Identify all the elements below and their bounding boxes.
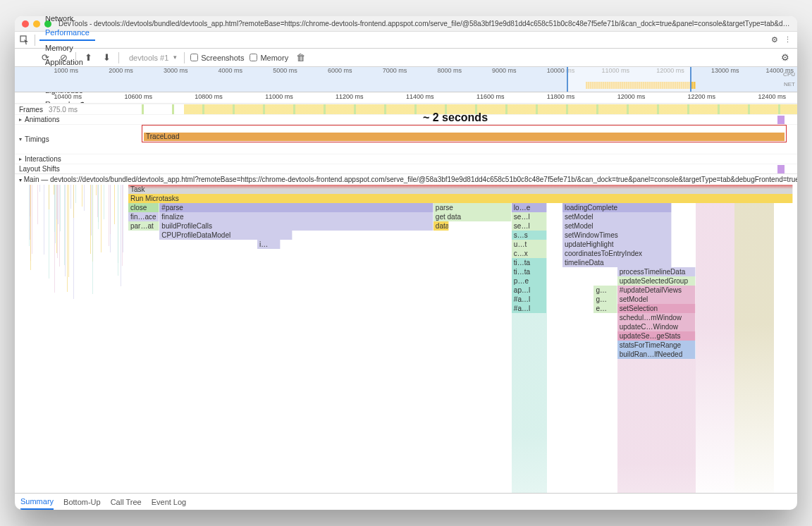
flame-tail — [734, 203, 774, 493]
flame-run-microtasks[interactable]: Run Microtasks — [128, 194, 794, 203]
flame-p-e[interactable]: p…e — [512, 276, 547, 286]
detail-tab-summary[interactable]: Summary — [20, 494, 54, 510]
profile-dropdown[interactable]: devtools #1 — [125, 52, 178, 63]
flame-get-data[interactable]: get data — [433, 212, 512, 221]
flame-sliver — [114, 185, 115, 224]
detail-tab-bottom-up[interactable]: Bottom-Up — [63, 495, 101, 509]
flame-c-x[interactable]: c…x — [512, 249, 547, 258]
flame-setselection[interactable]: setSelection — [617, 304, 696, 313]
more-icon[interactable]: ⋮ — [782, 35, 793, 46]
flame-updateselectedgroup[interactable]: updateSelectedGroup — [617, 276, 696, 286]
flame-chart[interactable]: TaskRun Microtasksclose#parseparselo…elo… — [15, 185, 797, 493]
clear-icon[interactable]: ⊘ — [57, 51, 70, 64]
window-title: DevTools - devtools://devtools/bundled/d… — [59, 20, 790, 27]
overview-viewport[interactable] — [567, 67, 692, 92]
flame--a-l[interactable]: #a…l — [512, 304, 547, 313]
flame-buildran-lfneeded[interactable]: buildRan…lfNeeded — [617, 350, 696, 359]
flame-timelinedata[interactable]: timelineData — [562, 258, 672, 267]
flame-sliver — [92, 185, 93, 294]
flame-ap-l[interactable]: ap…l — [512, 286, 547, 295]
flame-i-[interactable]: i… — [257, 240, 281, 249]
flame-fin-ace[interactable]: fin…ace — [128, 212, 159, 221]
interactions-track[interactable]: ▸Interactions — [15, 154, 797, 164]
frames-sub: 375.0 ms — [49, 106, 78, 114]
flame-se-l[interactable]: se…l — [512, 212, 547, 221]
timings-label: Timings — [25, 135, 49, 143]
duration-annotation: ~ 2 seconds — [423, 111, 488, 124]
flame-setmodel[interactable]: setModel — [617, 295, 696, 304]
flame-se-l[interactable]: se…l — [512, 221, 547, 231]
flame-schedul-mwindow[interactable]: schedul…mWindow — [617, 313, 696, 322]
main-thread-label[interactable]: ▾ Main — devtools://devtools/bundled/dev… — [15, 173, 797, 185]
trash-icon[interactable]: 🗑 — [294, 51, 307, 64]
flame-finalize[interactable]: finalize — [159, 212, 433, 221]
capture-settings-icon[interactable]: ⚙ — [779, 51, 792, 64]
flame-sliver — [30, 185, 31, 270]
flame-parse[interactable]: parse — [433, 203, 512, 212]
flame-updatehighlight[interactable]: updateHighlight — [562, 240, 672, 249]
flame-u-t[interactable]: u…t — [512, 240, 547, 249]
flame-s-s[interactable]: s…s — [512, 231, 547, 240]
flame-task[interactable]: Task — [128, 185, 794, 194]
flame-statsfortimerange[interactable]: statsForTimeRange — [617, 341, 696, 350]
flame-ti-ta[interactable]: ti…ta — [512, 258, 547, 267]
flame-setmodel[interactable]: setModel — [562, 221, 672, 231]
settings-icon[interactable]: ⚙ — [769, 35, 780, 46]
layout-shifts-track[interactable]: Layout Shifts — [15, 164, 797, 173]
flame-sliver — [123, 185, 123, 252]
flame-par-at[interactable]: par…at — [128, 221, 159, 231]
flame-sliver — [37, 185, 38, 224]
flame-sliver — [57, 185, 58, 258]
ruler-tick: 10800 ms — [195, 93, 223, 100]
download-icon[interactable]: ⬇ — [100, 51, 113, 64]
flame-cpuprofiledatamodel[interactable]: CPUProfileDataModel — [159, 231, 293, 240]
flame-buildprofilecalls[interactable]: buildProfileCalls — [159, 221, 433, 231]
flame-close[interactable]: close — [128, 203, 159, 212]
reload-icon[interactable]: ⟳ — [39, 51, 51, 64]
flame-processtimelinedata[interactable]: processTimelineData — [617, 267, 696, 276]
flame--parse[interactable]: #parse — [159, 203, 433, 212]
tab-network[interactable]: Network — [39, 16, 95, 25]
upload-icon[interactable]: ⬆ — [82, 51, 94, 64]
overview-tick: 2000 ms — [109, 67, 133, 74]
timings-track[interactable]: ▾Timings ~ 2 seconds TraceLoad — [15, 124, 797, 154]
flame-coordinatestoentryindex[interactable]: coordinatesToEntryIndex — [562, 249, 672, 258]
animations-track[interactable]: ▸Animations — [15, 114, 797, 124]
net-badge: NET — [784, 81, 795, 87]
overview-strip[interactable]: 1000 ms2000 ms3000 ms4000 ms5000 ms6000 … — [15, 67, 797, 92]
traceload-bar[interactable]: TraceLoad — [144, 133, 785, 141]
flame-g-[interactable]: g… — [593, 295, 617, 304]
flame-loadingcomplete[interactable]: loadingComplete — [562, 203, 672, 212]
flame-updatec-window[interactable]: updateC…Window — [617, 322, 696, 331]
tab-performance[interactable]: Performance — [39, 25, 95, 41]
flame-data[interactable]: data — [433, 221, 449, 231]
main-thread-text: Main — devtools://devtools/bundled/devto… — [24, 176, 797, 183]
flame-lo-e[interactable]: lo…e — [512, 203, 547, 212]
time-ruler[interactable]: 10400 ms10600 ms10800 ms11000 ms11200 ms… — [15, 92, 797, 104]
flame-setmodel[interactable]: setModel — [562, 212, 672, 221]
inspect-icon[interactable] — [19, 35, 30, 46]
flame-sliver — [118, 185, 118, 263]
memory-checkbox[interactable]: Memory — [250, 54, 288, 62]
close-window-icon[interactable] — [22, 20, 29, 27]
screenshots-checkbox[interactable]: Screenshots — [190, 54, 244, 62]
ruler-tick: 12200 ms — [688, 93, 716, 100]
frames-track[interactable]: Frames375.0 ms — [15, 104, 797, 114]
flame-g-[interactable]: g… — [593, 286, 617, 295]
flame-sliver — [39, 185, 40, 192]
flame-updatese-gestats[interactable]: updateSe…geStats — [617, 331, 696, 341]
overview-tick: 13000 ms — [711, 67, 739, 74]
ruler-tick: 10600 ms — [124, 93, 152, 100]
flame-sliver — [82, 185, 82, 207]
animations-label: Animations — [25, 116, 59, 123]
flame-e-[interactable]: e… — [593, 304, 617, 313]
flame-sliver — [98, 185, 99, 222]
detail-tab-event-log[interactable]: Event Log — [152, 495, 187, 509]
flame--a-l[interactable]: #a…l — [512, 295, 547, 304]
detail-tab-call-tree[interactable]: Call Tree — [111, 495, 142, 509]
flame-setwindowtimes[interactable]: setWindowTimes — [562, 231, 672, 240]
record-icon[interactable] — [20, 51, 33, 64]
flame--updatedetailviews[interactable]: #updateDetailViews — [617, 286, 696, 295]
flame-sliver — [104, 185, 104, 219]
flame-ti-ta[interactable]: ti…ta — [512, 267, 547, 276]
